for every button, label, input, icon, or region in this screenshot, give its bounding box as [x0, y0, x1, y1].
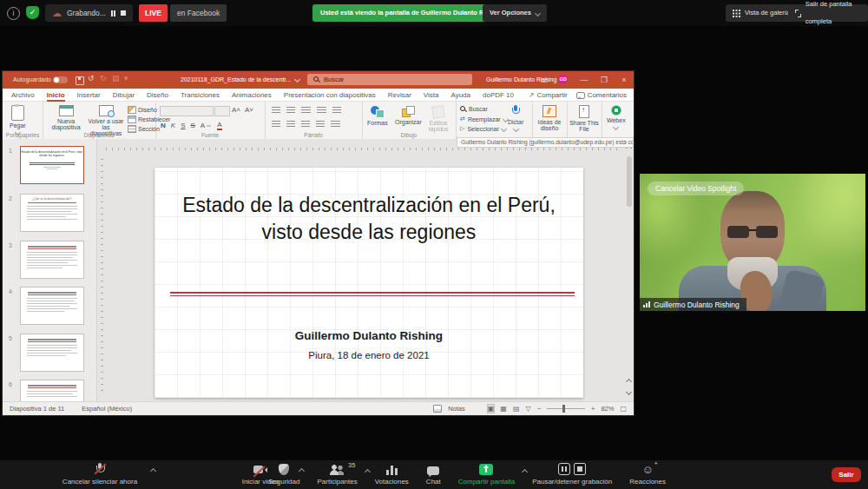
unmute-button[interactable]: Cancelar silenciar ahora: [30, 463, 169, 486]
tab-dibujar[interactable]: Dibujar: [113, 89, 135, 102]
slide-thumbnail-5[interactable]: [20, 334, 84, 372]
undo-icon[interactable]: ↺: [88, 74, 95, 83]
shrink-font-icon[interactable]: A˅: [245, 106, 253, 114]
grow-font-icon[interactable]: A˄: [232, 106, 240, 114]
polls-button[interactable]: Votaciones: [375, 463, 409, 486]
columns-icon[interactable]: [331, 121, 340, 128]
slide-title[interactable]: Estado de la descentralización en el Per…: [179, 192, 559, 246]
align-center-icon[interactable]: [286, 121, 295, 128]
view-options-button[interactable]: Ver Opciones: [483, 4, 547, 22]
pause-stop-recording-button[interactable]: Pausar/detener grabación: [532, 463, 612, 486]
new-slide-button[interactable]: Nueva diapositiva: [48, 105, 84, 130]
slide-sorter-view-button[interactable]: ▦: [500, 405, 507, 413]
comments-button[interactable]: Comentarios: [576, 91, 627, 99]
cancel-spotlight-button[interactable]: Cancelar Video Spotlight: [648, 182, 744, 195]
normal-view-button[interactable]: ▣: [488, 405, 495, 413]
indent-increase-icon[interactable]: [317, 107, 326, 114]
font-color-icon[interactable]: A: [217, 121, 221, 130]
next-slide-button[interactable]: [625, 388, 633, 396]
slide-thumbnail-4[interactable]: [20, 287, 84, 325]
tab-vista[interactable]: Vista: [424, 89, 439, 102]
tab-presentacion[interactable]: Presentación con diapositivas: [284, 89, 376, 102]
security-button[interactable]: Seguridad: [268, 463, 299, 486]
find-button[interactable]: Buscar: [460, 106, 488, 112]
quick-styles-button[interactable]: Estilos rápidos: [426, 106, 450, 132]
arrange-button[interactable]: Organizar: [395, 106, 422, 125]
select-button[interactable]: ▷ Seleccionar: [460, 125, 506, 132]
close-button[interactable]: ×: [615, 71, 634, 89]
participants-button[interactable]: 35 Participantes: [317, 463, 357, 486]
underline-button[interactable]: S: [181, 122, 185, 129]
notes-button[interactable]: Notas: [448, 405, 465, 413]
participants-chevron-icon[interactable]: [365, 469, 371, 475]
language-label[interactable]: Español (México): [82, 405, 132, 413]
slide-thumbnail-1[interactable]: Estado de la descentralización en el Per…: [20, 146, 84, 184]
zoom-in-button[interactable]: +: [591, 405, 595, 413]
tab-dopdf[interactable]: doPDF 10: [483, 89, 514, 102]
save-icon[interactable]: [76, 76, 84, 85]
numbering-icon[interactable]: [286, 107, 295, 114]
tab-revisar[interactable]: Revisar: [388, 89, 411, 102]
quick-access-more-icon[interactable]: ▾: [124, 74, 128, 83]
redo-icon[interactable]: ↻: [100, 74, 107, 83]
reading-view-button[interactable]: ▤: [513, 405, 520, 413]
minimize-button[interactable]: —: [575, 71, 594, 89]
share-options-chevron-icon[interactable]: [522, 469, 528, 475]
restore-button[interactable]: ❐: [595, 71, 614, 89]
justify-icon[interactable]: [316, 121, 325, 128]
share-button[interactable]: ↗ Compartir: [529, 91, 568, 99]
font-size-select[interactable]: [214, 106, 230, 116]
zoom-out-button[interactable]: −: [537, 405, 541, 413]
fit-to-window-icon[interactable]: ▢: [620, 405, 627, 413]
layout-button[interactable]: Diseño: [128, 106, 157, 114]
gallery-view-button[interactable]: Vista de galería: [726, 4, 797, 22]
paste-button[interactable]: Pegar: [10, 105, 26, 135]
zoom-slider[interactable]: [547, 405, 585, 413]
tab-ayuda[interactable]: Ayuda: [450, 89, 470, 102]
slide-thumbnail-2[interactable]: ¿Qué es la descentralización?: [20, 194, 84, 232]
slideshow-view-button[interactable]: ▽: [525, 405, 530, 413]
dictate-button[interactable]: Dictar: [508, 105, 523, 131]
bullets-icon[interactable]: [272, 107, 280, 114]
slide-thumbnail-6[interactable]: [20, 380, 84, 401]
italic-button[interactable]: K: [171, 122, 175, 129]
tab-transiciones[interactable]: Transiciones: [181, 89, 220, 102]
leave-meeting-button[interactable]: Salir: [832, 467, 861, 482]
tab-insertar[interactable]: Insertar: [77, 89, 101, 102]
chat-button[interactable]: Chat: [426, 463, 441, 486]
slide-canvas[interactable]: Estado de la descentralización en el Per…: [155, 168, 583, 398]
encryption-shield-icon[interactable]: ✓: [26, 6, 39, 19]
strikethrough-button[interactable]: S: [190, 122, 194, 129]
search-input[interactable]: Buscar: [307, 74, 472, 85]
reactions-button[interactable]: ☺ + Reacciones: [629, 463, 666, 486]
font-name-select[interactable]: [160, 106, 214, 116]
print-preview-icon[interactable]: ▤: [112, 74, 120, 83]
previous-slide-button[interactable]: [625, 378, 633, 386]
autosave-toggle[interactable]: [53, 76, 68, 83]
share-this-file-button[interactable]: Share This File: [569, 105, 599, 132]
character-spacing-icon[interactable]: A⇔: [201, 122, 212, 129]
stop-recording-icon[interactable]: [121, 10, 126, 16]
exit-fullscreen-button[interactable]: Salir de pantalla completa: [788, 4, 868, 22]
vertical-scrollbar[interactable]: [627, 156, 632, 207]
ribbon-display-icon[interactable]: ▭: [535, 71, 554, 89]
tab-archivo[interactable]: Archivo: [11, 89, 35, 102]
line-spacing-icon[interactable]: [332, 107, 341, 114]
slide-date[interactable]: Piura, 18 de enero de 2021: [155, 350, 583, 360]
pause-recording-icon[interactable]: [111, 10, 116, 17]
slide-author[interactable]: Guillermo Dulanto Rishing: [155, 329, 583, 342]
webex-button[interactable]: Webex: [607, 105, 626, 129]
avatar[interactable]: GD: [558, 75, 568, 84]
align-right-icon[interactable]: [301, 121, 310, 128]
audio-options-chevron-icon[interactable]: [150, 468, 156, 474]
shapes-button[interactable]: Formas: [367, 106, 388, 126]
indent-decrease-icon[interactable]: [301, 107, 311, 114]
design-ideas-button[interactable]: Ideas de diseño: [535, 105, 564, 131]
tab-inicio[interactable]: Inicio: [47, 89, 65, 102]
bold-button[interactable]: N: [161, 122, 166, 129]
zoom-level[interactable]: 82%: [601, 405, 614, 413]
share-screen-button[interactable]: Compartir pantalla: [458, 463, 515, 486]
align-left-icon[interactable]: [272, 121, 280, 128]
slide-thumbnail-3[interactable]: [20, 241, 84, 279]
participant-video-tile[interactable]: Cancelar Video Spotlight Guillermo Dulan…: [640, 174, 865, 311]
